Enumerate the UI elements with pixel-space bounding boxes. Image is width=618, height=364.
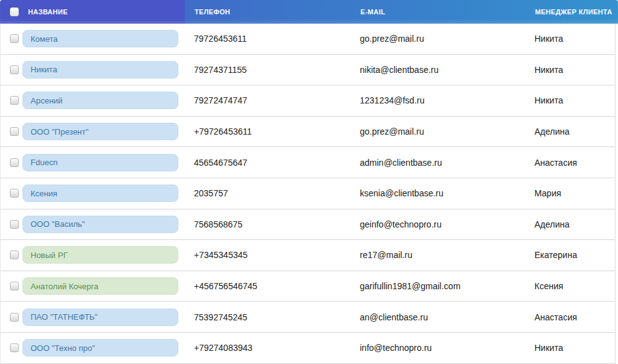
client-email: info@technopro.ru <box>354 343 529 353</box>
client-email: ksenia@clientbase.ru <box>354 188 529 198</box>
client-name-pill[interactable]: ООО "Техно про" <box>22 339 178 357</box>
column-header-email[interactable]: E-MAIL <box>354 8 529 16</box>
client-name-cell: Fduecn <box>19 154 188 171</box>
row-checkbox[interactable] <box>10 96 19 105</box>
client-phone: 7568568675 <box>188 219 354 229</box>
row-checkbox-cell <box>1 127 19 136</box>
clients-table: НАЗВАНИЕ ТЕЛЕФОН E-MAIL МЕНЕДЖЕР КЛИЕНТА… <box>0 0 618 364</box>
row-checkbox-cell <box>1 96 19 105</box>
client-name-cell: Арсений <box>19 92 188 109</box>
client-name-pill[interactable]: ПАО "ТАТНЕФТЬ" <box>22 309 178 326</box>
client-email: admin@clientbase.ru <box>354 158 529 168</box>
client-manager: Анастасия <box>529 312 615 322</box>
client-name-cell: ПАО "ТАТНЕФТЬ" <box>19 309 188 326</box>
table-row: Комета 79726453611 go.prez@mail.ru Никит… <box>1 24 615 55</box>
table-row: Анатолий Кочерга +456756546745 garifulli… <box>1 271 615 302</box>
client-manager: Анастасия <box>529 158 615 168</box>
row-checkbox-cell <box>1 313 19 322</box>
row-checkbox[interactable] <box>10 65 19 74</box>
column-header-phone[interactable]: ТЕЛЕФОН <box>188 8 354 16</box>
client-email: garifullin1981@gmail.com <box>354 281 529 291</box>
row-checkbox[interactable] <box>10 189 19 198</box>
client-name-pill[interactable]: ООО "Василь" <box>22 216 178 233</box>
row-checkbox[interactable] <box>10 343 19 352</box>
row-checkbox-cell <box>1 65 19 74</box>
client-phone: 2035757 <box>188 188 354 198</box>
row-checkbox-cell <box>1 189 19 198</box>
client-name-cell: ООО "Техно про" <box>19 339 188 357</box>
client-phone: +7345345345 <box>188 250 354 260</box>
column-header-name[interactable]: НАЗВАНИЕ <box>19 8 188 16</box>
table-row: ПАО "ТАТНЕФТЬ" 75392745245 an@clientbase… <box>1 302 615 333</box>
row-checkbox[interactable] <box>10 251 19 259</box>
client-email: go.prez@mail.ru <box>354 34 529 44</box>
row-checkbox-cell <box>1 220 19 229</box>
client-manager: Никита <box>529 65 615 75</box>
client-manager: Мария <box>529 188 615 198</box>
client-name-pill[interactable]: Ксения <box>22 184 178 202</box>
client-name-pill[interactable]: Анатолий Кочерга <box>22 277 178 295</box>
client-name-cell: ООО "Василь" <box>19 216 188 233</box>
table-row: Арсений 79272474747 1231234@fsd.ru Никит… <box>1 85 615 117</box>
client-email: re17@mail.ru <box>354 250 529 260</box>
table-row: Новый РГ +7345345345 re17@mail.ru Екатер… <box>1 240 615 271</box>
client-phone: 79726453611 <box>188 34 354 44</box>
client-phone: 79272474747 <box>188 95 354 105</box>
client-name-pill[interactable]: Арсений <box>22 92 178 109</box>
row-checkbox[interactable] <box>10 127 19 136</box>
client-phone: +79274083943 <box>188 343 354 353</box>
client-manager: Никита <box>529 343 615 353</box>
table-row: Никита 79274371155 nikita@clientbase.ru … <box>1 55 615 86</box>
table-row: Ксения 2035757 ksenia@clientbase.ru Мари… <box>1 178 615 209</box>
client-name-pill[interactable]: Fduecn <box>22 154 178 171</box>
column-header-manager[interactable]: МЕНЕДЖЕР КЛИЕНТА <box>529 8 618 16</box>
row-checkbox-cell <box>1 343 19 352</box>
client-name-pill[interactable]: Комета <box>22 30 178 47</box>
client-phone: +456756546745 <box>188 281 354 291</box>
client-phone: 79274371155 <box>188 65 354 75</box>
client-email: 1231234@fsd.ru <box>354 95 529 105</box>
client-name-cell: Никита <box>19 61 188 79</box>
client-manager: Никита <box>529 95 615 105</box>
client-manager: Аделина <box>529 127 615 136</box>
client-phone: 45654675647 <box>188 158 354 168</box>
client-name-cell: ООО "Презент" <box>19 123 188 140</box>
client-manager: Никита <box>529 34 615 44</box>
table-row: ООО "Техно про" +79274083943 info@techno… <box>1 333 615 364</box>
row-checkbox[interactable] <box>10 313 19 322</box>
row-checkbox-cell <box>1 251 19 259</box>
client-email: an@clientbase.ru <box>354 312 529 322</box>
client-name-cell: Комета <box>19 30 188 47</box>
table-row: ООО "Василь" 7568568675 geinfo@technopro… <box>1 209 615 241</box>
client-name-pill[interactable]: Никита <box>22 61 178 79</box>
row-checkbox[interactable] <box>10 282 19 290</box>
row-checkbox-cell <box>1 158 19 167</box>
client-name-cell: Ксения <box>19 184 188 202</box>
row-checkbox-cell <box>1 282 19 290</box>
row-checkbox[interactable] <box>10 158 19 167</box>
client-email: geinfo@technopro.ru <box>354 219 529 229</box>
client-phone: +79726453611 <box>188 127 354 136</box>
client-name-cell: Анатолий Кочерга <box>19 277 188 295</box>
table-row: ООО "Презент" +79726453611 go.prez@mail.… <box>1 117 615 148</box>
client-manager: Екатерина <box>529 250 615 260</box>
row-checkbox[interactable] <box>10 34 19 43</box>
client-manager: Ксения <box>529 281 615 291</box>
client-name-cell: Новый РГ <box>19 246 188 264</box>
table-row: Fduecn 45654675647 admin@clientbase.ru А… <box>1 147 615 178</box>
select-all-cell <box>0 7 19 16</box>
client-name-pill[interactable]: ООО "Презент" <box>22 123 178 140</box>
row-checkbox-cell <box>1 34 19 43</box>
row-checkbox[interactable] <box>10 220 19 229</box>
client-manager: Аделина <box>529 219 615 229</box>
table-body: Комета 79726453611 go.prez@mail.ru Никит… <box>0 24 616 364</box>
client-email: go.prez@mail.ru <box>354 127 529 136</box>
client-email: nikita@clientbase.ru <box>354 65 529 75</box>
client-name-pill[interactable]: Новый РГ <box>22 246 178 264</box>
table-header-row: НАЗВАНИЕ ТЕЛЕФОН E-MAIL МЕНЕДЖЕР КЛИЕНТА <box>0 0 618 24</box>
client-phone: 75392745245 <box>188 312 354 322</box>
select-all-checkbox[interactable] <box>10 7 19 16</box>
